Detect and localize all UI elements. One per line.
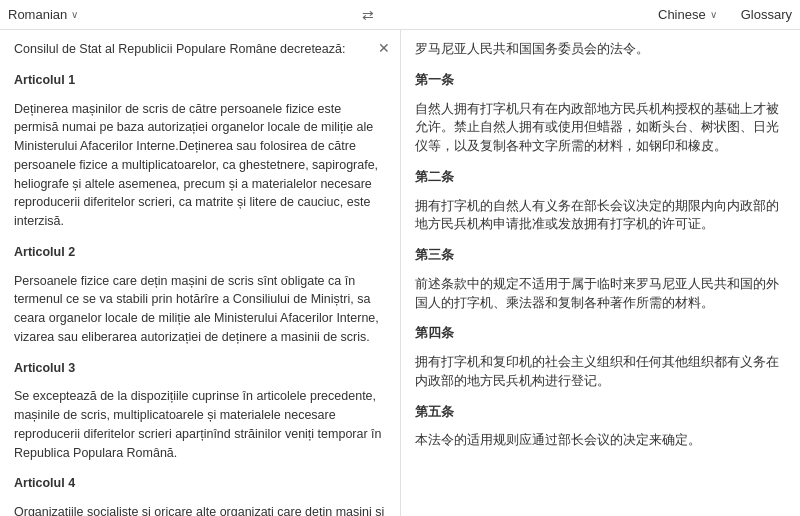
right-language-label: Chinese bbox=[658, 7, 706, 22]
left-intro-text: Consilul de Stat al Republicii Populare … bbox=[14, 40, 386, 59]
app-container: Romanian ∨ ⇄ Chinese ∨ Glossary ✕ Consil… bbox=[0, 0, 800, 516]
left-article-2: Articolul 2 Persoanele fizice care dețin… bbox=[14, 243, 386, 347]
right-lang-chevron-icon: ∨ bbox=[710, 9, 717, 20]
left-article-4-title: Articolul 4 bbox=[14, 474, 386, 493]
left-article-3-title: Articolul 3 bbox=[14, 359, 386, 378]
left-article-2-body: Persoanele fizice care dețin mașini de s… bbox=[14, 272, 386, 347]
right-article-4-body: 拥有打字机和复印机的社会主义组织和任何其他组织都有义务在内政部的地方民兵机构进行… bbox=[415, 353, 787, 391]
left-lang-chevron-icon: ∨ bbox=[71, 9, 78, 20]
right-intro: 罗马尼亚人民共和国国务委员会的法令。 bbox=[415, 40, 787, 59]
left-article-3-body: Se exceptează de la dispozițiile cuprins… bbox=[14, 387, 386, 462]
right-article-2-body: 拥有打字机的自然人有义务在部长会议决定的期限内向内政部的地方民兵机构申请批准或发… bbox=[415, 197, 787, 235]
right-panel: 罗马尼亚人民共和国国务委员会的法令。 第一条 自然人拥有打字机只有在内政部地方民… bbox=[401, 30, 801, 516]
right-intro-text: 罗马尼亚人民共和国国务委员会的法令。 bbox=[415, 40, 787, 59]
left-article-1-title: Articolul 1 bbox=[14, 71, 386, 90]
right-article-1: 第一条 自然人拥有打字机只有在内政部地方民兵机构授权的基础上才被允许。禁止自然人… bbox=[415, 71, 787, 156]
left-article-4-body: Organizațiile socialiste și oricare alte… bbox=[14, 503, 386, 516]
right-article-1-body: 自然人拥有打字机只有在内政部地方民兵机构授权的基础上才被允许。禁止自然人拥有或使… bbox=[415, 100, 787, 156]
right-article-5: 第五条 本法令的适用规则应通过部长会议的决定来确定。 bbox=[415, 403, 787, 451]
left-article-4: Articolul 4 Organizațiile socialiste și … bbox=[14, 474, 386, 516]
header-middle: ⇄ bbox=[78, 7, 658, 23]
right-article-5-title: 第五条 bbox=[415, 403, 787, 422]
right-language-area: Chinese ∨ Glossary bbox=[658, 7, 792, 22]
left-article-1: Articolul 1 Deținerea mașinilor de scris… bbox=[14, 71, 386, 231]
right-language-selector[interactable]: Chinese ∨ bbox=[658, 7, 717, 22]
right-article-4-title: 第四条 bbox=[415, 324, 787, 343]
close-icon[interactable]: ✕ bbox=[378, 40, 390, 56]
right-article-3-body: 前述条款中的规定不适用于属于临时来罗马尼亚人民共和国的外国人的打字机、乘法器和复… bbox=[415, 275, 787, 313]
left-intro: Consilul de Stat al Republicii Populare … bbox=[14, 40, 386, 59]
right-article-5-body: 本法令的适用规则应通过部长会议的决定来确定。 bbox=[415, 431, 787, 450]
right-article-2-title: 第二条 bbox=[415, 168, 787, 187]
right-article-3: 第三条 前述条款中的规定不适用于属于临时来罗马尼亚人民共和国的外国人的打字机、乘… bbox=[415, 246, 787, 312]
left-panel: ✕ Consilul de Stat al Republicii Popular… bbox=[0, 30, 401, 516]
left-article-3: Articolul 3 Se exceptează de la dispoziț… bbox=[14, 359, 386, 463]
right-article-3-title: 第三条 bbox=[415, 246, 787, 265]
header-bar: Romanian ∨ ⇄ Chinese ∨ Glossary bbox=[0, 0, 800, 30]
right-article-4: 第四条 拥有打字机和复印机的社会主义组织和任何其他组织都有义务在内政部的地方民兵… bbox=[415, 324, 787, 390]
right-article-1-title: 第一条 bbox=[415, 71, 787, 90]
left-language-label: Romanian bbox=[8, 7, 67, 22]
swap-languages-icon[interactable]: ⇄ bbox=[362, 7, 374, 23]
glossary-button[interactable]: Glossary bbox=[741, 7, 792, 22]
left-article-1-body: Deținerea mașinilor de scris de către pe… bbox=[14, 100, 386, 231]
right-article-2: 第二条 拥有打字机的自然人有义务在部长会议决定的期限内向内政部的地方民兵机构申请… bbox=[415, 168, 787, 234]
left-article-2-title: Articolul 2 bbox=[14, 243, 386, 262]
panels-container: ✕ Consilul de Stat al Republicii Popular… bbox=[0, 30, 800, 516]
left-language-selector[interactable]: Romanian ∨ bbox=[8, 7, 78, 22]
